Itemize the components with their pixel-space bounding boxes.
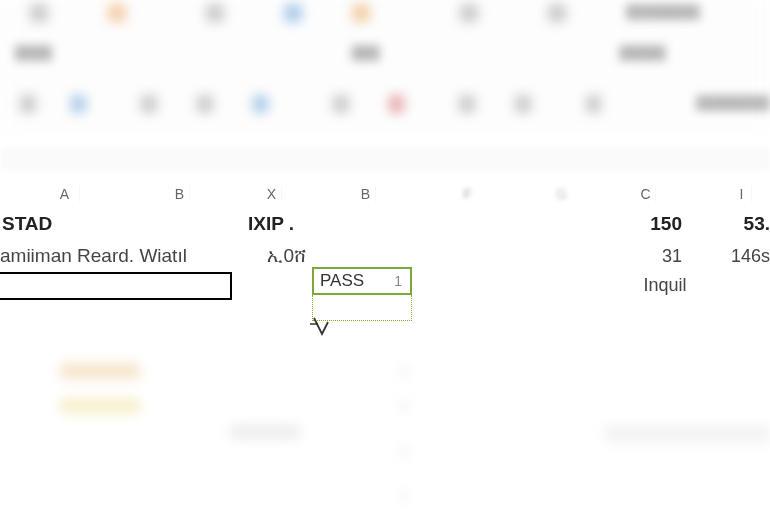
active-cell[interactable]: PASS 1 — [312, 267, 412, 295]
sparkline-cursor-icon — [308, 316, 336, 338]
cell-c2[interactable]: 31 — [600, 240, 690, 272]
col-header-i[interactable]: I — [732, 186, 752, 202]
col-header-b[interactable]: B — [170, 186, 190, 202]
col-header-a[interactable]: A — [50, 186, 80, 202]
cell-a1[interactable]: STAD — [0, 208, 130, 240]
column-headers: A B X B F G C I — [0, 186, 770, 208]
toolbar-row-3: ████████ — [0, 95, 770, 117]
cell-i2[interactable]: 146s — [700, 240, 770, 272]
cell-x2[interactable]: ኢ0ሸ — [232, 240, 312, 272]
col-header-x[interactable]: X — [262, 186, 282, 202]
col-header-g[interactable]: G — [552, 186, 572, 202]
col-header-f[interactable]: F — [458, 186, 478, 202]
toolbar-row-1: ████████ — [0, 4, 770, 24]
cell-a2[interactable]: amiiman Reard. Wiatıl — [0, 240, 230, 272]
name-box-row — [0, 148, 770, 170]
selection-border — [0, 272, 232, 300]
col-header-c[interactable]: C — [636, 186, 656, 202]
cell-c1[interactable]: 150 — [600, 208, 690, 240]
active-cell-suffix: 1 — [394, 273, 402, 289]
blurred-lower-rows: 0 0 0 0 0 — [0, 333, 770, 518]
cell-x1[interactable]: IXIP . — [248, 208, 294, 240]
col-header-bb[interactable]: B — [356, 186, 376, 202]
cell-i1[interactable]: 53. — [700, 208, 770, 240]
active-cell-value: PASS — [320, 271, 364, 291]
spreadsheet-grid[interactable]: STAD IXIP . 150 53. amiiman Reard. Wiatı… — [0, 208, 770, 518]
toolbar-row-2: ████ ███ █████ — [0, 45, 770, 67]
cell-c3[interactable]: Inquil — [620, 270, 710, 300]
